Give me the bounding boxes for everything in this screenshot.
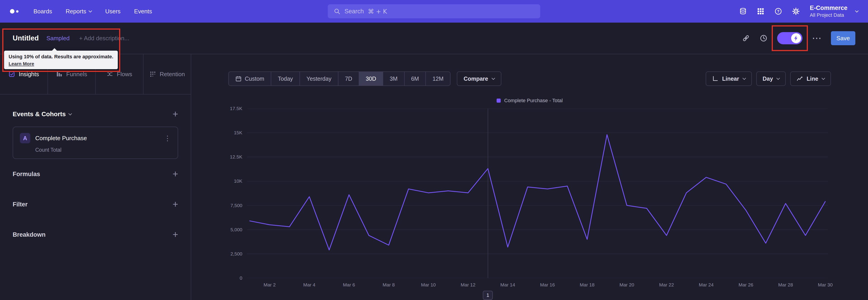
more-options-button[interactable]: ⋯ [812,33,822,43]
builder-sections: Formulas+Filter+Breakdown+ [0,159,191,250]
search-icon [334,8,340,15]
nav-item-users[interactable]: Users [105,8,121,15]
tooltip-message: Using 10% of data. Results are approxima… [8,54,113,60]
y-tick-label: 2,500 [230,251,242,257]
range-label: 3M [390,76,398,82]
y-tick-label: 0 [240,275,242,281]
sampling-tooltip: Using 10% of data. Results are approxima… [4,51,118,69]
share-link-icon [742,34,750,42]
nav-item-events[interactable]: Events [134,8,152,15]
range-today-button[interactable]: Today [271,72,300,86]
event-letter-badge: A [20,133,30,143]
project-scope: All Project Data [810,12,847,18]
section-label: Formulas [13,171,40,178]
section-filter: Filter+ [0,189,191,219]
x-axis-labels: Mar 2Mar 4Mar 6Mar 8Mar 10Mar 12Mar 14Ma… [247,282,828,289]
line-chart-svg [247,109,828,278]
calendar-icon [235,76,242,82]
project-name: E-Commerce [810,4,847,12]
y-axis-labels: 02,5005,0007,50010K12.5K15K17.5K [191,109,242,278]
database-icon[interactable] [739,7,747,15]
kebab-menu-icon[interactable]: ⋮ [164,134,171,142]
x-tick-label: Mar 16 [540,282,555,288]
range-7d-button[interactable]: 7D [338,72,359,86]
nav-item-label: Events [134,8,152,15]
range-6m-button[interactable]: 6M [404,72,426,86]
nav-item-reports[interactable]: Reports [66,8,92,15]
dropdown-label: Linear [722,76,739,82]
events-cohorts-header: Events & Cohorts + [0,94,191,119]
insights-icon [8,71,15,78]
x-tick-label: Mar 2 [264,282,276,288]
range-12m-button[interactable]: 12M [426,72,450,86]
y-tick-label: 5,000 [230,227,242,232]
range-label: 6M [411,76,419,82]
x-tick-label: Mar 30 [818,282,833,288]
retention-icon [149,71,156,78]
chart-pagination[interactable]: 1 [483,291,493,300]
events-cohorts-label[interactable]: Events & Cohorts [13,111,66,118]
chevron-down-icon [822,76,825,80]
event-aggregation[interactable]: Count Total [35,147,171,153]
range-label: Yesterday [307,76,331,82]
chevron-down-icon [855,9,859,12]
project-switcher[interactable]: E-Commerce All Project Data [810,4,847,18]
add-breakdown-button[interactable]: + [173,230,178,239]
gear-icon[interactable] [792,7,800,15]
search-placeholder: Search [344,8,364,15]
help-icon[interactable]: ? [774,7,782,15]
event-card[interactable]: A Complete Purchase ⋮ Count Total [13,127,178,159]
clock-icon[interactable] [760,34,768,42]
sampled-badge[interactable]: Sampled [46,35,70,42]
section-label: Breakdown [13,231,46,238]
sampling-toggle[interactable] [777,32,802,44]
range-yesterday-button[interactable]: Yesterday [300,72,338,86]
axes-icon [712,76,718,82]
x-tick-label: Mar 14 [500,282,515,288]
event-card-row: A Complete Purchase ⋮ [20,133,171,143]
range-3m-button[interactable]: 3M [383,72,404,86]
mixpanel-logo[interactable] [10,9,19,13]
y-tick-label: 7,500 [230,203,242,208]
chart-panel: CustomTodayYesterday7D30D3M6M12M Compare… [191,54,868,300]
share-link-icon[interactable] [742,34,750,42]
nav-item-boards[interactable]: Boards [33,8,52,15]
tab-retention[interactable]: Retention [144,54,191,94]
linear-dropdown[interactable]: Linear [706,71,752,86]
add-filter-button[interactable]: + [173,200,178,209]
nav-item-label: Users [105,8,121,15]
apps-grid-icon[interactable] [757,7,765,15]
range-30d-button[interactable]: 30D [359,72,383,86]
x-tick-label: Mar 12 [461,282,475,288]
range-label: 30D [366,76,376,82]
top-nav-items: BoardsReportsUsersEvents [33,8,152,15]
line-chart-plot[interactable] [247,109,828,278]
learn-more-link[interactable]: Learn More [8,61,34,66]
dropdown-label: Line [807,76,818,82]
add-formulas-button[interactable]: + [173,169,178,179]
tab-label: Flows [117,71,132,78]
report-title[interactable]: Untitled [13,34,39,42]
search-input[interactable]: Search ⌘ + K [328,4,540,18]
y-tick-label: 17.5K [230,106,242,111]
legend-label: Complete Purchase - Total [504,98,563,103]
add-event-button[interactable]: + [173,110,178,119]
chevron-down-icon [776,76,780,80]
x-tick-label: Mar 18 [580,282,594,288]
flows-icon [106,71,113,78]
section-formulas: Formulas+ [0,159,191,189]
day-dropdown[interactable]: Day [756,71,786,86]
dropdown-label: Day [763,76,773,82]
top-navigation-bar: BoardsReportsUsersEvents Search ⌘ + K ? … [0,0,868,23]
search-shortcut: ⌘ + K [368,8,387,15]
add-description-placeholder[interactable]: + Add description... [79,35,129,42]
section-breakdown: Breakdown+ [0,219,191,250]
mixpanel-app: BoardsReportsUsersEvents Search ⌘ + K ? … [0,0,868,300]
tab-label: Insights [19,71,39,78]
range-label: 12M [432,76,443,82]
compare-button[interactable]: Compare [457,71,501,86]
range-custom-button[interactable]: Custom [229,72,271,86]
lightning-bolt-icon [793,35,799,41]
save-button[interactable]: Save [831,31,855,45]
line-dropdown[interactable]: Line [790,71,831,86]
